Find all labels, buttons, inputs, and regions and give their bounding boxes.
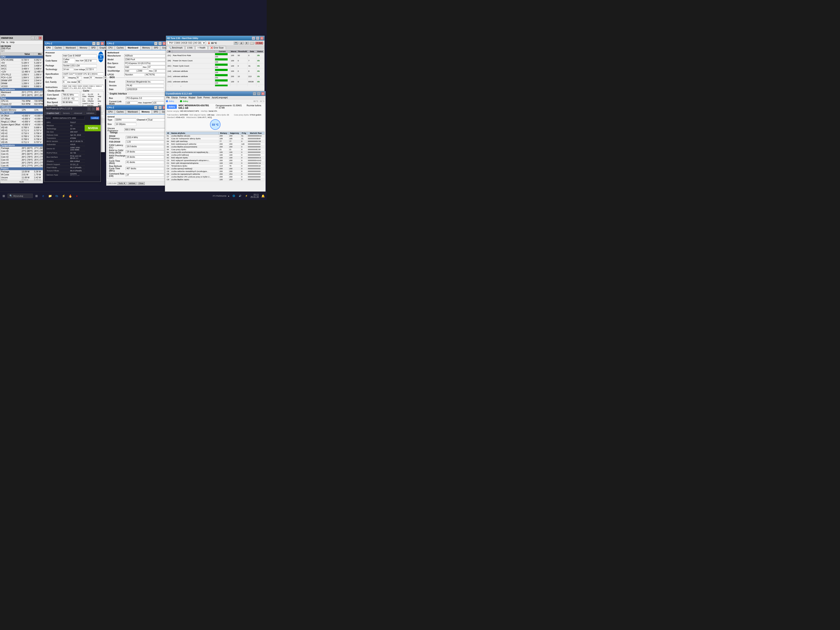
cpuz2-tab-cpu[interactable]: CPU [106, 46, 114, 50]
hdtune-tab-errorscan[interactable]: ❌ Error Scan [208, 46, 226, 49]
cpuz3-validate[interactable]: Validate [127, 182, 136, 185]
cdi-menu-funkcje[interactable]: Funkcje [179, 96, 187, 99]
cpuz3-maximize[interactable]: □ [158, 106, 162, 109]
cpuz1-close[interactable]: ✕ [101, 42, 104, 45]
hwinfo-close[interactable]: ✕ [39, 36, 42, 40]
table-row: +5V5.184 V5.160 V [0, 62, 43, 65]
hwinfo-menu-file[interactable]: File [1, 41, 5, 44]
tab-spd[interactable]: SPD [89, 46, 98, 50]
taskbar-search[interactable]: 🔍 Wyszukaj [8, 194, 33, 198]
tray-notif[interactable]: 🔔 [260, 193, 266, 199]
gpuz-tab-advanced[interactable]: Advanced [72, 112, 84, 115]
cdi-menu-plik[interactable]: Plik [166, 96, 170, 99]
tab-memory[interactable]: Memory [78, 46, 89, 50]
hdtune-copy-icon[interactable]: 📋 [249, 41, 254, 44]
gpu-lookup-btn[interactable]: Lookup [90, 117, 99, 120]
cpuz3-tab-mainboard[interactable]: Mainboard [126, 110, 139, 114]
cdi-titlebar[interactable]: CrystalDiskInfo 8.11.2 x64 ─ □ ✕ [165, 92, 265, 96]
taskbar-app1[interactable]: ⚡ [60, 193, 66, 199]
cdi-minimize[interactable]: ─ [253, 92, 256, 95]
gpuz-tab-validation[interactable]: Validation [84, 112, 96, 115]
cpuz2-minimize[interactable]: ─ [154, 42, 158, 45]
mb-southbridge: Intel [124, 69, 136, 73]
gpuz-tab-card[interactable]: Graphics Card [45, 112, 61, 115]
hdtune-tab-health[interactable]: + Health [195, 46, 208, 49]
gpu-memtype: GDDR5 (Samsung) [69, 173, 85, 176]
hdtune-drive-select[interactable]: PNY CS900 240GB SSD (240 GB) [167, 41, 206, 45]
gi-linkwidth: x16 [126, 101, 137, 104]
cpuz3-tab-cpu[interactable]: CPU [106, 110, 114, 114]
cpuz1-maximize[interactable]: □ [96, 42, 100, 45]
taskbar-apps[interactable]: ⊞ [33, 193, 39, 199]
cdi-menu-edycja[interactable]: Edycja [171, 96, 178, 99]
table-row: (AD)unknown attribute 100 100065538Ok [167, 79, 264, 84]
cpuz3-minimize[interactable]: ─ [154, 106, 158, 109]
cdi-menu-dysk[interactable]: Dysk [197, 96, 202, 99]
search-label: Wyszukaj [13, 195, 23, 197]
cdi-close[interactable]: ✕ [261, 92, 265, 95]
cpuz2-titlebar[interactable]: CPU-Z ─ □ ✕ [106, 41, 167, 46]
gpuz-minimize[interactable]: ─ [88, 107, 91, 111]
hdtune-titlebar[interactable]: HD Tune 2.55 - Hard Disk Utility ─ □ ✕ [166, 36, 264, 41]
cpuz1-tabs: CPU Caches Mainboard Memory SPD Graphics… [44, 46, 105, 51]
cdi-menu-pomoc[interactable]: Pomoc [204, 96, 210, 99]
gpuz-close[interactable]: ✕ [96, 107, 99, 111]
tab-cpu[interactable]: CPU [44, 46, 52, 50]
taskbar-edge[interactable]: e [40, 193, 46, 199]
cache-l1inst-way: 8-way [98, 98, 102, 102]
hdtune-tab-benchmark[interactable]: 🔍 Benchmark [167, 46, 185, 49]
hwinfo-titlebar[interactable]: HWiNFO64 ─ □ ✕ [0, 35, 43, 41]
cpuz2-maximize[interactable]: □ [158, 42, 162, 45]
cdi-menu-wyglad[interactable]: Wygląd [188, 96, 195, 99]
cpuz3-close-btn[interactable]: Close [137, 182, 145, 185]
tray-volume[interactable]: 🔊 [237, 193, 243, 199]
cpuz1-titlebar[interactable]: CPU-Z ─ □ ✕ [44, 41, 105, 46]
hwinfo-menu-help[interactable]: Help [10, 41, 15, 44]
timing-ras: 41 docks [126, 161, 164, 164]
hdtune-maximize[interactable]: □ [256, 36, 259, 40]
cpuz3-tools[interactable]: Tools ▼ [117, 182, 126, 185]
gpuz-maximize[interactable]: □ [92, 107, 95, 111]
taskbar-app2[interactable]: 🔥 [67, 193, 73, 199]
table-row: VID #40.708 V0.706 V [0, 138, 43, 141]
table-row: +12V12.480 V12.480 V [0, 70, 43, 73]
table-row: VID #30.708 V0.706 V [0, 135, 43, 138]
cdi-maximize[interactable]: □ [257, 92, 261, 95]
cpuz3-tab-spd[interactable]: SPD [152, 110, 160, 114]
hwinfo-maximize[interactable]: □ [35, 36, 38, 40]
cache-l2: 6 x 256 KBytes [87, 103, 98, 107]
hdtune-minimize[interactable]: ─ [252, 36, 255, 40]
cpuz3-titlebar[interactable]: CPU-Z ─ □ ✕ [106, 105, 167, 110]
hdtune-exit-btn[interactable]: ✕ Exit [255, 41, 263, 44]
cpuz2-tab-spd[interactable]: SPD [152, 46, 160, 50]
cdi-menu-lang[interactable]: Język(Language) [212, 96, 228, 99]
tray-network[interactable]: 🌐 [231, 193, 237, 199]
hdtune-close[interactable]: ✕ [260, 36, 264, 40]
start-button[interactable]: ⊞ [1, 193, 7, 199]
tab-caches[interactable]: Caches [53, 46, 64, 50]
taskbar-app3[interactable]: ♦ [74, 193, 80, 199]
cpuz2-tab-memory[interactable]: Memory [141, 46, 152, 50]
cpuz1-minimize[interactable]: ─ [92, 42, 96, 45]
cpuz3-tab-memory[interactable]: Memory [140, 110, 152, 114]
table-row: C7Liczba błędów CRC podczas pracy w tryb… [166, 175, 265, 178]
hwinfo-menu-ls[interactable]: ls [6, 41, 8, 44]
hdtune-save-icon[interactable]: 💾 [234, 41, 238, 44]
taskbar-store[interactable]: 🛍 [54, 193, 60, 199]
cpuz2-tab-caches[interactable]: Caches [115, 46, 126, 50]
hwinfo-minimize[interactable]: ─ [31, 36, 35, 40]
tray-battery[interactable]: ⚡ [243, 193, 249, 199]
cpuz2-close[interactable]: ✕ [163, 42, 166, 45]
mem-size: 16 GBytes [115, 123, 136, 126]
taskbar-explorer[interactable]: 📁 [47, 193, 53, 199]
gpuz-tab-sensors[interactable]: Sensors [61, 112, 72, 115]
cpuz3-window: CPU-Z ─ □ ✕ CPU Caches Mainboard Memory … [106, 105, 167, 162]
hdtune-settings-icon[interactable]: ⚙ [245, 41, 249, 44]
gpuz-titlebar[interactable]: TechPowerUp GPU-Z 2.37.0 ─ □ ✕ [44, 106, 101, 111]
table-row: C4Liczba operacji realokacji200200000000… [166, 167, 265, 170]
hdtune-print-icon[interactable]: 🖨 [239, 41, 243, 44]
hdtune-tab-info[interactable]: ℹ Info [185, 46, 195, 49]
cpuz3-tab-caches[interactable]: Caches [115, 110, 126, 114]
tab-mainboard[interactable]: Mainboard [64, 46, 77, 50]
cpuz2-tab-mainboard[interactable]: Mainboard [126, 46, 140, 50]
